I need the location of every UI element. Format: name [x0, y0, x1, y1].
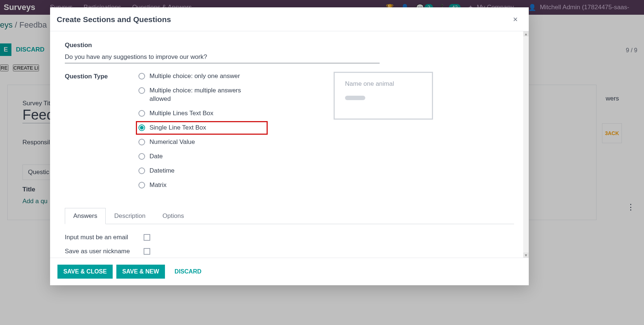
radio-numerical[interactable]: Numerical Value [138, 138, 249, 146]
radio-icon [138, 167, 145, 174]
radio-icon [138, 139, 145, 145]
radio-date[interactable]: Date [138, 152, 249, 161]
question-preview: Name one animal [334, 72, 433, 120]
radio-icon [138, 73, 145, 80]
tab-options[interactable]: Options [154, 208, 193, 224]
radio-datetime[interactable]: Datetime [138, 167, 249, 175]
tab-answers[interactable]: Answers [65, 208, 106, 224]
radio-mc-multi[interactable]: Multiple choice: multiple answers allowe… [138, 86, 249, 103]
row-nickname: Save as user nickname [65, 248, 514, 255]
radio-multiline[interactable]: Multiple Lines Text Box [138, 109, 249, 118]
save-new-button[interactable]: SAVE & NEW [116, 265, 165, 279]
modal-footer: SAVE & CLOSE SAVE & NEW DISCARD [50, 258, 529, 285]
question-type-label: Question Type [65, 72, 138, 189]
question-input[interactable] [65, 52, 380, 63]
preview-input-placeholder [345, 96, 365, 100]
radio-icon [138, 182, 145, 188]
answers-panel: Input must be an email Save as user nick… [65, 234, 514, 255]
create-question-modal: Create Sections and Questions × Question… [50, 7, 529, 285]
radio-icon-checked [138, 124, 145, 131]
preview-label: Name one animal [345, 80, 422, 88]
radio-singleline[interactable]: Single Line Text Box [136, 121, 268, 135]
close-icon[interactable]: × [513, 15, 518, 24]
checkbox-nickname[interactable] [144, 248, 150, 255]
checkbox-email[interactable] [144, 234, 150, 241]
label-nickname: Save as user nickname [65, 248, 135, 255]
scroll-up-icon[interactable]: ▲ [523, 31, 529, 36]
question-label: Question [65, 42, 514, 49]
scroll-down-icon[interactable]: ▼ [523, 252, 529, 258]
row-email: Input must be an email [65, 234, 514, 241]
modal-header: Create Sections and Questions × [50, 7, 529, 31]
save-close-button[interactable]: SAVE & CLOSE [57, 265, 113, 279]
tab-description[interactable]: Description [106, 208, 154, 224]
discard-button[interactable]: DISCARD [169, 265, 207, 279]
radio-icon [138, 87, 145, 94]
radio-mc-one[interactable]: Multiple choice: only one answer [138, 72, 249, 81]
modal-title: Create Sections and Questions [57, 15, 171, 24]
radio-matrix[interactable]: Matrix [138, 181, 249, 190]
question-type-group: Multiple choice: only one answer Multipl… [138, 72, 249, 189]
detail-tabs: Answers Description Options [65, 208, 514, 224]
modal-scrollbar[interactable]: ▲ ▼ [523, 31, 529, 258]
radio-icon [138, 153, 145, 160]
radio-icon [138, 110, 145, 117]
label-email: Input must be an email [65, 234, 135, 241]
modal-body: Question Question Type Multiple choice: … [50, 31, 529, 258]
